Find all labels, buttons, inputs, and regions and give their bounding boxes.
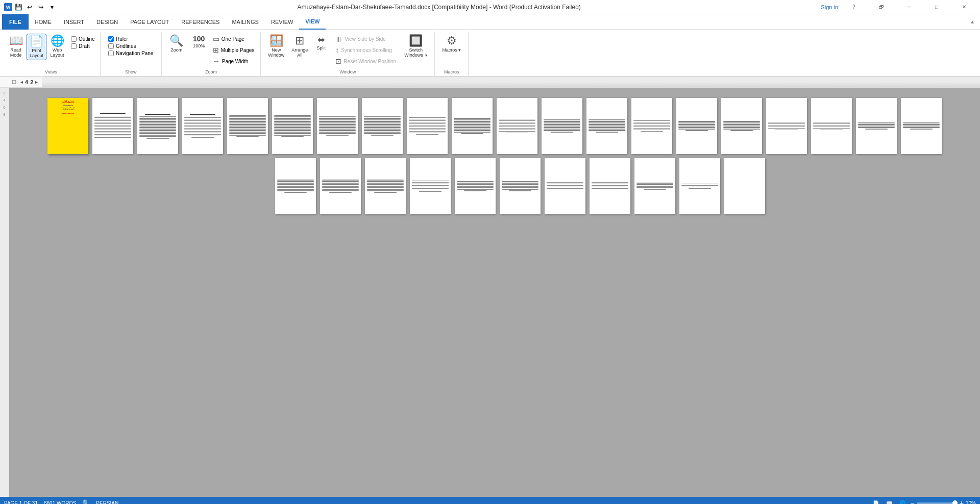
view-side-by-side-button[interactable]: ⫼ View Side by Side bbox=[333, 34, 398, 44]
page-24[interactable] bbox=[410, 158, 451, 214]
ruler-triangle-left[interactable]: ◂ bbox=[20, 79, 23, 85]
zoom-out-button[interactable]: − bbox=[911, 499, 915, 504]
draft-checkbox[interactable]: Draft bbox=[70, 43, 96, 49]
page-1-cover[interactable]: تحقیق آنلاین Tahviyafard.ir ایل – فایل –… bbox=[47, 98, 88, 154]
page-16[interactable] bbox=[721, 98, 762, 154]
line bbox=[409, 127, 446, 128]
new-window-button[interactable]: 🪟 NewWindow bbox=[265, 34, 287, 59]
language-label[interactable]: PERSIAN bbox=[96, 500, 118, 505]
page-3[interactable] bbox=[137, 98, 178, 154]
split-button[interactable]: ⬌ Split bbox=[312, 34, 330, 52]
web-layout-button[interactable]: 🌐 WebLayout bbox=[47, 34, 67, 59]
tab-file[interactable]: FILE bbox=[2, 14, 29, 30]
macros-button[interactable]: ⚙ Macros ▾ bbox=[439, 34, 464, 54]
tab-design[interactable]: DESIGN bbox=[90, 14, 124, 30]
reset-window-button[interactable]: ⊡ Reset Window Position bbox=[333, 56, 398, 66]
line bbox=[723, 127, 760, 128]
page-29[interactable] bbox=[634, 158, 675, 214]
page-17[interactable] bbox=[766, 98, 807, 154]
read-mode-button[interactable]: 📖 ReadMode bbox=[6, 34, 26, 59]
line bbox=[319, 133, 356, 134]
zoom-button[interactable]: 🔍 Zoom bbox=[166, 34, 187, 54]
page-21[interactable] bbox=[275, 158, 316, 214]
line bbox=[813, 125, 850, 126]
page-27[interactable] bbox=[545, 158, 585, 214]
page-28[interactable] bbox=[590, 158, 630, 214]
tab-mailings[interactable]: MAILINGS bbox=[226, 14, 265, 30]
split-icon: ⬌ bbox=[317, 35, 325, 44]
page-9[interactable] bbox=[407, 98, 448, 154]
page-31-blank[interactable] bbox=[724, 158, 765, 214]
tab-home[interactable]: HOME bbox=[29, 14, 58, 30]
multiple-pages-button[interactable]: ⊞ Multiple Pages bbox=[211, 45, 257, 55]
outline-check[interactable] bbox=[71, 36, 77, 42]
restore-button[interactable]: 🗗 bbox=[870, 0, 893, 14]
sync-scrolling-button[interactable]: ↕ Synchronous Scrolling bbox=[333, 45, 398, 55]
page-6[interactable] bbox=[272, 98, 313, 154]
close-button[interactable]: ✕ bbox=[952, 0, 976, 14]
page-2[interactable] bbox=[92, 98, 133, 154]
zoom-slider[interactable]: − + 10% bbox=[911, 499, 976, 504]
nav-pane-checkbox[interactable]: Navigation Pane bbox=[107, 50, 154, 57]
outline-checkbox[interactable]: Outline bbox=[70, 36, 96, 42]
page-7[interactable] bbox=[317, 98, 358, 154]
page-10[interactable] bbox=[452, 98, 493, 154]
minimize-button[interactable]: ─ bbox=[897, 0, 921, 14]
ruler-check[interactable] bbox=[108, 36, 114, 42]
web-view-icon[interactable]: 🌐 bbox=[897, 498, 908, 504]
save-qat-button[interactable]: 💾 bbox=[13, 2, 23, 12]
one-page-button[interactable]: ▭ One Page bbox=[211, 34, 257, 44]
nav-pane-check[interactable] bbox=[108, 51, 114, 56]
line bbox=[94, 127, 131, 128]
sign-in-link[interactable]: Sign in bbox=[821, 4, 838, 10]
page-25[interactable] bbox=[455, 158, 496, 214]
zoom-in-button[interactable]: + bbox=[960, 499, 964, 504]
arrange-all-button[interactable]: ⊞ ArrangeAll bbox=[288, 34, 311, 59]
page-13[interactable] bbox=[586, 98, 627, 154]
page-19[interactable] bbox=[856, 98, 897, 154]
page-23[interactable] bbox=[365, 158, 406, 214]
page-14[interactable] bbox=[631, 98, 672, 154]
document-canvas[interactable]: تحقیق آنلاین Tahviyafard.ir ایل – فایل –… bbox=[9, 88, 980, 497]
page-width-button[interactable]: ↔ Page Width bbox=[211, 56, 257, 66]
ruler-checkbox[interactable]: Ruler bbox=[107, 36, 154, 42]
page-4[interactable] bbox=[182, 98, 223, 154]
tab-view[interactable]: VIEW bbox=[299, 14, 326, 30]
page-30[interactable] bbox=[679, 158, 720, 214]
redo-qat-button[interactable]: ↪ bbox=[36, 2, 46, 12]
customize-qat-button[interactable]: ▾ bbox=[47, 2, 57, 12]
print-layout-button[interactable]: 📄 PrintLayout bbox=[27, 34, 46, 60]
page-18[interactable] bbox=[811, 98, 852, 154]
reset-window-label: Reset Window Position bbox=[344, 59, 396, 64]
line bbox=[461, 133, 483, 134]
tab-references[interactable]: REFERENCES bbox=[175, 14, 226, 30]
switch-windows-button[interactable]: 🔲 SwitchWindows ▾ bbox=[401, 34, 430, 59]
gridlines-checkbox[interactable]: Gridlines bbox=[107, 43, 154, 49]
collapse-ribbon-button[interactable]: ▲ bbox=[967, 18, 978, 26]
print-layout-view-icon[interactable]: 📄 bbox=[871, 498, 881, 504]
line bbox=[277, 189, 314, 190]
read-mode-view-icon[interactable]: 📖 bbox=[884, 498, 894, 504]
page-11[interactable] bbox=[497, 98, 537, 154]
undo-qat-button[interactable]: ↩ bbox=[24, 2, 35, 12]
page-22[interactable] bbox=[320, 158, 361, 214]
zoom-track[interactable] bbox=[917, 502, 958, 504]
track-changes-icon[interactable]: 🔍 bbox=[82, 499, 90, 504]
page-20[interactable] bbox=[901, 98, 942, 154]
tab-page-layout[interactable]: PAGE LAYOUT bbox=[124, 14, 175, 30]
help-button[interactable]: ? bbox=[842, 0, 866, 14]
page-26[interactable] bbox=[500, 158, 541, 214]
page-8[interactable] bbox=[362, 98, 403, 154]
draft-check[interactable] bbox=[71, 43, 77, 49]
page-28-content bbox=[592, 182, 628, 191]
page-15[interactable] bbox=[676, 98, 717, 154]
zoom-100-button[interactable]: 100 100% bbox=[188, 34, 210, 50]
line bbox=[364, 118, 401, 119]
page-5[interactable] bbox=[227, 98, 268, 154]
ruler-triangle-right[interactable]: ▸ bbox=[35, 79, 38, 85]
maximize-button[interactable]: □ bbox=[925, 0, 948, 14]
gridlines-check[interactable] bbox=[108, 43, 114, 49]
tab-review[interactable]: REVIEW bbox=[265, 14, 299, 30]
tab-insert[interactable]: INSERT bbox=[58, 14, 90, 30]
page-12[interactable] bbox=[542, 98, 582, 154]
